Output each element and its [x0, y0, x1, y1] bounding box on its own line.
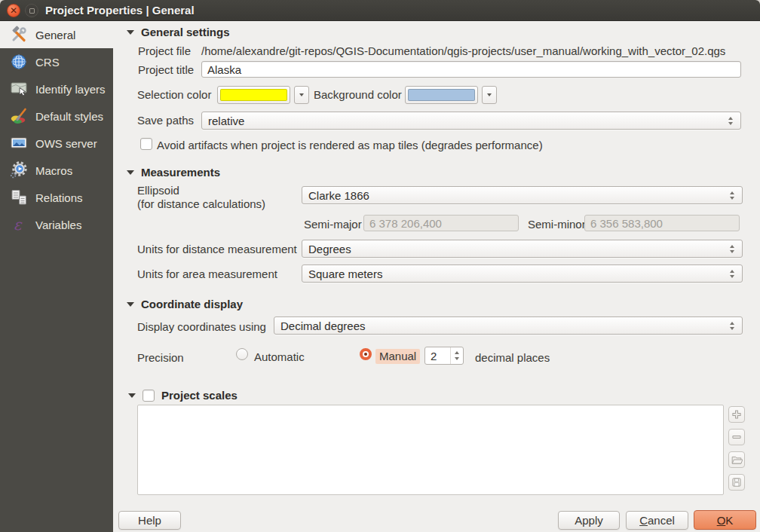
semi-major-input	[363, 215, 519, 231]
sidebar-item-identify-layers[interactable]: Identify layers	[0, 75, 113, 102]
ellipsoid-combobox[interactable]: Clarke 1866	[302, 186, 743, 204]
project-properties-dialog: ✕ Project Properties | General General	[0, 0, 760, 532]
window-title: Project Properties | General	[45, 4, 195, 17]
remove-icon	[731, 431, 743, 443]
section-title: Measurements	[141, 166, 220, 179]
project-scales-list[interactable]	[137, 405, 724, 495]
collapse-triangle-icon[interactable]	[127, 302, 134, 307]
project-file-value: /home/alexandre/git-repos/QGIS-Documenta…	[201, 44, 725, 58]
collapse-triangle-icon[interactable]	[128, 393, 136, 398]
combobox-value: relative	[208, 115, 244, 127]
precision-spinbox[interactable]	[424, 347, 464, 365]
open-folder-icon	[731, 454, 743, 466]
maximize-glyph	[29, 8, 35, 14]
selection-color-dropdown-button[interactable]	[294, 86, 309, 104]
distance-units-combobox[interactable]: Degrees	[302, 240, 743, 258]
ok-button[interactable]: OK	[694, 510, 756, 530]
background-color-dropdown-button[interactable]	[482, 86, 497, 104]
image-map-icon	[9, 133, 29, 153]
sidebar-item-crs[interactable]: CRS	[0, 48, 113, 75]
project-title-label: Project title	[138, 63, 194, 77]
sidebar-item-label: Variables	[35, 219, 81, 231]
section-title: Project scales	[161, 389, 238, 402]
content-panel: General settings Project file /home/alex…	[113, 21, 760, 532]
spin-down-icon[interactable]	[455, 357, 459, 360]
background-color-button[interactable]	[405, 86, 478, 104]
section-header-coordinate-display: Coordinate display	[127, 298, 243, 310]
project-title-input[interactable]	[201, 61, 741, 78]
section-header-project-scales: Project scales	[128, 389, 238, 402]
apply-button[interactable]: Apply	[558, 511, 620, 530]
precision-automatic-radio[interactable]	[236, 348, 248, 360]
selection-color-swatch	[220, 89, 287, 101]
semi-minor-label: Semi-minor	[528, 218, 586, 231]
map-cursor-icon	[9, 79, 29, 99]
sidebar-item-general[interactable]: General	[0, 21, 113, 48]
ellipsoid-label-line2: (for distance calculations)	[137, 197, 265, 211]
maximize-icon[interactable]	[25, 4, 38, 17]
semi-minor-input	[584, 215, 740, 231]
sidebar-item-label: CRS	[35, 56, 60, 69]
help-button[interactable]: Help	[118, 511, 181, 530]
project-scales-checkbox[interactable]	[142, 390, 155, 402]
area-units-combobox[interactable]: Square meters	[302, 264, 743, 283]
display-coordinates-label: Display coordinates using	[137, 320, 266, 334]
save-paths-label: Save paths	[137, 114, 194, 127]
section-title: General settings	[141, 26, 230, 38]
button-label: OK	[717, 514, 734, 527]
area-units-label: Units for area measurement	[137, 268, 277, 281]
precision-manual-label: Manual	[375, 349, 420, 364]
combobox-value: Decimal degrees	[280, 320, 366, 332]
cancel-button[interactable]: Cancel	[626, 511, 688, 530]
spinner-arrows-icon	[730, 191, 736, 200]
wrench-hammer-icon	[9, 25, 29, 44]
spinner-arrows-icon	[730, 245, 736, 253]
add-scale-button[interactable]	[728, 406, 745, 423]
sidebar-item-default-styles[interactable]: Default styles	[0, 102, 113, 130]
sidebar-item-label: Identify layers	[35, 83, 106, 96]
remove-scale-button[interactable]	[728, 429, 745, 445]
spinner-arrows-icon	[730, 322, 736, 330]
selection-color-label: Selection color	[137, 88, 211, 102]
collapse-triangle-icon[interactable]	[127, 30, 134, 35]
add-icon	[731, 408, 743, 420]
sidebar-item-ows-server[interactable]: OWS server	[0, 130, 113, 157]
gear-play-icon	[9, 161, 29, 180]
button-label: Cancel	[639, 514, 675, 527]
avoid-artifacts-label: Avoid artifacts when project is rendered…	[157, 139, 543, 152]
close-icon[interactable]: ✕	[7, 4, 20, 17]
display-coordinates-combobox[interactable]: Decimal degrees	[274, 316, 743, 335]
button-label: Apply	[575, 514, 603, 527]
save-paths-combobox[interactable]: relative	[201, 112, 741, 130]
avoid-artifacts-checkbox[interactable]	[140, 138, 152, 150]
precision-automatic-label: Automatic	[254, 350, 305, 364]
distance-units-label: Units for distance measurement	[137, 243, 297, 256]
sidebar: General CRS	[0, 21, 113, 532]
semi-major-label: Semi-major	[304, 218, 362, 231]
sidebar-item-variables[interactable]: ε Variables	[0, 211, 113, 238]
save-icon	[731, 476, 743, 488]
collapse-triangle-icon[interactable]	[127, 170, 134, 175]
spinbox-arrows[interactable]	[450, 347, 463, 364]
sidebar-item-relations[interactable]: Relations	[0, 184, 113, 211]
spin-up-icon[interactable]	[455, 351, 459, 354]
precision-manual-radio[interactable]	[360, 348, 372, 360]
sidebar-item-label: Relations	[35, 191, 83, 204]
precision-value-input[interactable]	[425, 350, 450, 362]
tables-icon	[9, 188, 29, 207]
section-title: Coordinate display	[141, 298, 243, 310]
chevron-down-icon	[299, 93, 304, 96]
ellipsoid-label-line1: Ellipsoid	[137, 184, 179, 197]
selection-color-button[interactable]	[217, 86, 290, 104]
titlebar: ✕ Project Properties | General	[0, 0, 760, 21]
section-header-general-settings: General settings	[127, 26, 230, 38]
combobox-value: Square meters	[308, 268, 382, 280]
load-scales-button[interactable]	[728, 451, 745, 468]
sidebar-item-macros[interactable]: Macros	[0, 157, 113, 184]
svg-text:ε: ε	[14, 216, 23, 234]
paintbrush-icon	[9, 106, 29, 126]
background-color-swatch	[408, 89, 475, 101]
project-file-label: Project file	[138, 44, 191, 58]
save-scales-button[interactable]	[728, 474, 745, 491]
section-header-measurements: Measurements	[127, 166, 220, 179]
